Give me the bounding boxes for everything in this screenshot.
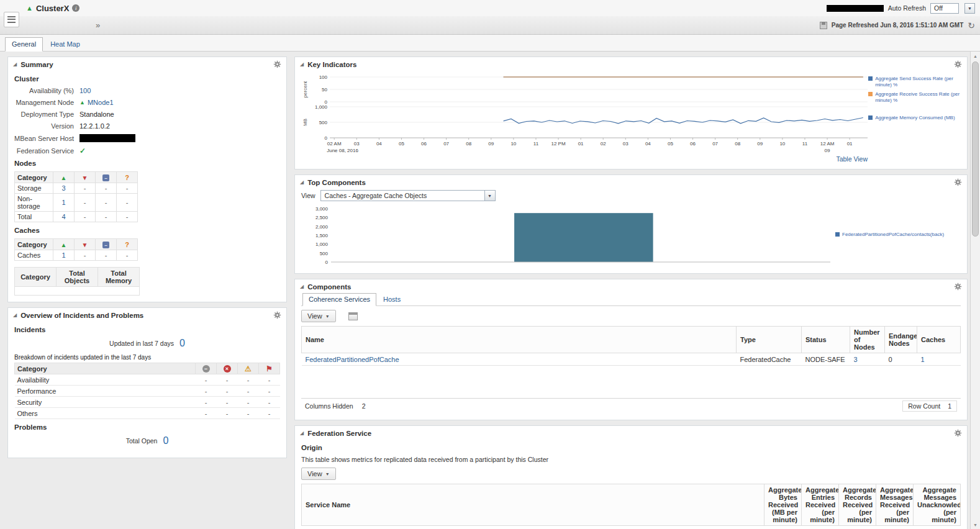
management-node-link[interactable]: MNode1: [88, 99, 114, 106]
gear-icon[interactable]: [273, 60, 281, 68]
breakdown-label: Breakdown of incidents updated in the la…: [14, 354, 280, 361]
content-area: ◢ Summary Cluster Availability (%) 100 M…: [0, 52, 980, 529]
columns-hidden-value: 2: [362, 402, 366, 410]
svg-text:12 PM: 12 PM: [551, 141, 565, 147]
svg-text:07: 07: [712, 141, 718, 147]
caches-count-link[interactable]: 1: [921, 356, 925, 363]
nonstorage-up-count-link[interactable]: 1: [61, 199, 65, 206]
check-icon: ✓: [79, 147, 86, 155]
caches-blackout-icon: –: [102, 242, 109, 248]
refresh-icon[interactable]: ↻: [968, 21, 975, 30]
columns-hidden-label: Columns Hidden: [305, 402, 353, 410]
table-row: Caches 1 - - -: [15, 250, 138, 261]
storage-up-count-link[interactable]: 3: [61, 184, 65, 192]
metric-select[interactable]: Caches - Aggregate Cache Objects ▼: [320, 190, 496, 201]
svg-text:05: 05: [399, 141, 404, 147]
deployment-type-value: Standalone: [79, 111, 280, 118]
page-refreshed-timestamp: Page Refreshed Jun 8, 2016 1:51:10 AM GM…: [832, 22, 964, 29]
collapse-icon[interactable]: ◢: [13, 62, 17, 67]
total-open-count-link[interactable]: 0: [163, 435, 168, 446]
panel-title: Overview of Incidents and Problems: [20, 312, 143, 319]
node-up-icon: ▲: [79, 99, 85, 106]
caches-up-count-link[interactable]: 1: [61, 251, 65, 259]
tab-heat-map[interactable]: Heat Map: [44, 38, 86, 51]
save-icon[interactable]: [820, 22, 827, 29]
version-label: Version: [14, 122, 74, 130]
table-row: FederatedPartitionedPofCache FederatedCa…: [302, 353, 961, 366]
availability-value-link[interactable]: 100: [79, 87, 91, 94]
collapse-icon[interactable]: ◢: [13, 313, 17, 318]
svg-text:June 08, 2016: June 08, 2016: [327, 148, 358, 153]
nodes-count-link[interactable]: 3: [854, 356, 858, 363]
legend-swatch-bar: [835, 232, 840, 237]
svg-text:05: 05: [668, 141, 673, 147]
scroll-up-arrow-icon[interactable]: ▲: [971, 52, 980, 60]
svg-text:01: 01: [847, 141, 853, 147]
collapse-icon[interactable]: ◢: [300, 284, 304, 289]
availability-label: Availability (%): [14, 87, 74, 94]
caches-category-header: Category: [15, 239, 53, 250]
table-row: Storage 3 - - -: [15, 183, 138, 194]
detach-icon[interactable]: [348, 312, 358, 320]
svg-text:06: 06: [421, 141, 427, 147]
top-components-chart: 05001,0001,5002,0002,5003,000: [301, 205, 835, 267]
warning-icon: ⚠: [245, 364, 252, 373]
auto-refresh-select[interactable]: Off: [930, 3, 959, 14]
gear-icon[interactable]: [273, 311, 281, 319]
svg-text:04: 04: [645, 141, 651, 147]
sidebar-toggle-button[interactable]: [4, 12, 19, 27]
nodes-category-header: Category: [15, 172, 53, 183]
tab-general[interactable]: General: [5, 37, 43, 52]
cache-objects-table: Category Total Objects Total Memory: [14, 267, 140, 296]
collapse-icon[interactable]: ◢: [300, 431, 304, 436]
svg-text:10: 10: [510, 141, 516, 147]
svg-text:09: 09: [825, 148, 830, 153]
secondary-toolbar: » Page Refreshed Jun 8, 2016 1:51:10 AM …: [0, 16, 980, 35]
svg-text:11: 11: [802, 141, 808, 147]
info-icon[interactable]: i: [72, 4, 79, 12]
gear-icon[interactable]: [954, 429, 962, 437]
service-name-link[interactable]: FederatedPartitionedPofCache: [306, 356, 399, 363]
total-up-count-link[interactable]: 4: [61, 213, 65, 220]
deployment-type-label: Deployment Type: [14, 111, 74, 118]
mbean-server-host-label: MBean Server Host: [14, 135, 74, 142]
view-menu-button[interactable]: View▼: [301, 468, 336, 480]
panel-title: Federation Service: [307, 430, 371, 437]
view-menu-button[interactable]: View▼: [301, 310, 336, 322]
collapse-icon[interactable]: ◢: [300, 180, 304, 185]
svg-text:04: 04: [376, 141, 382, 147]
svg-text:500: 500: [320, 251, 329, 256]
svg-text:09: 09: [757, 141, 763, 147]
gear-icon[interactable]: [954, 178, 962, 186]
top-components-legend: FederatedPartitionedPofCache/contacts(ba…: [835, 232, 960, 240]
svg-text:02: 02: [601, 141, 606, 147]
svg-text:08: 08: [466, 141, 471, 147]
management-node-label: Management Node: [14, 99, 74, 106]
nodes-section-heading: Nodes: [14, 160, 280, 167]
svg-text:11: 11: [533, 141, 539, 147]
incidents-heading: Incidents: [14, 326, 280, 333]
scrollbar-thumb[interactable]: [972, 61, 979, 237]
updated-count-link[interactable]: 0: [179, 338, 185, 349]
auto-refresh-dropdown-button[interactable]: ▼: [964, 3, 975, 14]
tab-coherence-services[interactable]: Coherence Services: [302, 293, 376, 306]
caches-up-icon: ▲: [61, 242, 67, 248]
vertical-scrollbar[interactable]: ▲ ▼: [970, 52, 980, 529]
key-indicators-chart: 050100percent05001,000MB02 AM03040506070…: [301, 71, 868, 156]
svg-text:1,500: 1,500: [315, 233, 329, 238]
gear-icon[interactable]: [954, 283, 962, 291]
nodes-table: Category ▲ ▼ – ? Storage 3 - - - Non: [14, 171, 138, 222]
critical-icon: ×: [224, 365, 231, 373]
scroll-down-arrow-icon[interactable]: ▼: [971, 520, 980, 529]
cluster-section-heading: Cluster: [14, 75, 280, 83]
breadcrumb-expand-chevrons[interactable]: »: [96, 21, 100, 29]
table-row: Security - - - -: [15, 397, 280, 408]
collapse-icon[interactable]: ◢: [300, 62, 304, 67]
federation-origin-table: Service Name Aggregate Bytes Received (M…: [301, 484, 961, 529]
tab-hosts[interactable]: Hosts: [378, 294, 406, 305]
nodes-blackout-icon: –: [102, 174, 109, 181]
gear-icon[interactable]: [954, 60, 962, 68]
table-view-link[interactable]: Table View: [836, 155, 868, 163]
page-title: ClusterX: [36, 4, 69, 13]
chevron-down-icon[interactable]: ▼: [485, 190, 496, 201]
